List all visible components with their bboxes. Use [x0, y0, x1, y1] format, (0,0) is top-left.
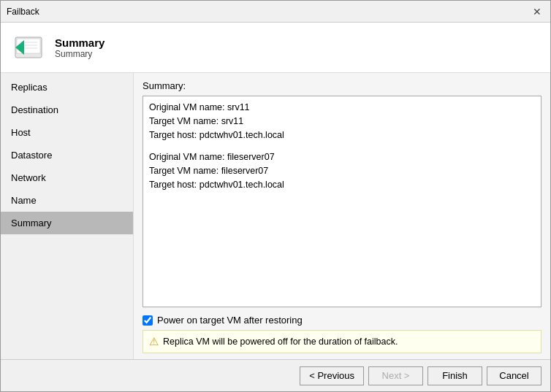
summary-group-1: Original VM name: srv11 Target VM name: …: [149, 101, 535, 142]
window-title: Failback: [7, 7, 39, 17]
title-bar: Failback ✕: [1, 1, 550, 23]
sidebar-item-name[interactable]: Name: [1, 189, 133, 212]
sidebar-item-host[interactable]: Host: [1, 121, 133, 144]
next-button[interactable]: Next >: [368, 366, 423, 385]
warning-row: ⚠ Replica VM will be powered off for the…: [142, 330, 542, 353]
header-text: Summary Summary: [55, 36, 104, 59]
sidebar-item-datastore[interactable]: Datastore: [1, 144, 133, 166]
sidebar-item-destination[interactable]: Destination: [1, 99, 133, 121]
finish-button[interactable]: Finish: [428, 366, 482, 385]
summary-line: Target VM name: srv11: [149, 115, 535, 128]
header-icon: [11, 30, 46, 65]
warning-text: Replica VM will be powered off for the d…: [163, 337, 398, 347]
main-content: Replicas Destination Host Datastore Netw…: [1, 73, 550, 359]
failback-dialog: Failback ✕ Summary Summary Replicas: [0, 0, 551, 392]
sidebar-item-replicas[interactable]: Replicas: [1, 76, 133, 99]
header-subtitle: Summary: [55, 49, 104, 59]
sidebar: Replicas Destination Host Datastore Netw…: [1, 73, 134, 359]
summary-line: Target host: pdctwhv01.tech.local: [149, 128, 535, 142]
header-title: Summary: [55, 36, 104, 49]
summary-box[interactable]: Original VM name: srv11 Target VM name: …: [142, 96, 542, 307]
content-area: Summary: Original VM name: srv11 Target …: [134, 73, 550, 359]
cancel-button[interactable]: Cancel: [487, 366, 542, 385]
sidebar-item-summary[interactable]: Summary: [1, 212, 133, 234]
header-section: Summary Summary: [1, 23, 550, 73]
sidebar-item-network[interactable]: Network: [1, 166, 133, 189]
summary-line: Target VM name: fileserver07: [149, 164, 535, 178]
summary-label: Summary:: [142, 80, 542, 91]
summary-line: Original VM name: fileserver07: [149, 150, 535, 164]
power-on-checkbox[interactable]: [142, 315, 153, 326]
footer: < Previous Next > Finish Cancel: [1, 359, 550, 391]
summary-group-2: Original VM name: fileserver07 Target VM…: [149, 150, 535, 191]
summary-line: Target host: pdctwhv01.tech.local: [149, 178, 535, 192]
close-button[interactable]: ✕: [530, 4, 544, 19]
summary-line: Original VM name: srv11: [149, 101, 535, 115]
warning-icon: ⚠: [149, 335, 159, 348]
power-on-label[interactable]: Power on target VM after restoring: [157, 315, 303, 326]
power-on-checkbox-row: Power on target VM after restoring: [142, 315, 542, 326]
previous-button[interactable]: < Previous: [300, 366, 364, 385]
